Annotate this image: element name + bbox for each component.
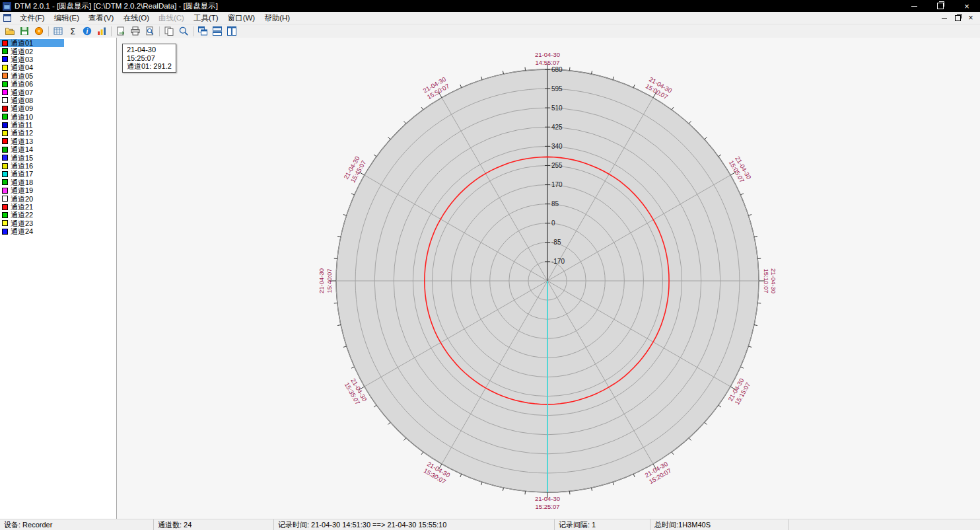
channel-label: 通道08: [11, 96, 33, 104]
print-preview-icon: [145, 26, 155, 36]
channel-item-2[interactable]: 通道02: [0, 47, 116, 55]
tile-horizontal-button[interactable]: [210, 25, 225, 38]
mdi-close-button[interactable]: ×: [964, 12, 977, 24]
channel-item-11[interactable]: 通道11: [0, 121, 116, 129]
channel-item-3[interactable]: 通道03: [0, 56, 116, 63]
info-button[interactable]: i: [80, 25, 94, 38]
svg-text:15:10:07: 15:10:07: [763, 269, 770, 293]
tooltip-time: 15:25:07: [127, 54, 172, 63]
zoom-button[interactable]: [176, 25, 191, 38]
close-icon: ×: [964, 2, 969, 11]
menu-item-6[interactable]: 工具(T): [189, 13, 223, 24]
tile-vertical-button[interactable]: [225, 25, 239, 38]
channel-item-1[interactable]: 通道01: [0, 39, 116, 47]
menu-item-7[interactable]: 窗口(W): [223, 13, 260, 24]
channel-item-9[interactable]: 通道09: [0, 104, 116, 112]
menu-item-1[interactable]: 文件(F): [15, 13, 50, 24]
channel-row-inner: 通道23: [0, 219, 34, 227]
channel-item-10[interactable]: 通道10: [0, 113, 116, 121]
toolbar-separator: [48, 26, 49, 36]
channel-row-inner: 通道14: [0, 145, 34, 153]
channel-label: 通道02: [11, 48, 33, 56]
channel-item-7[interactable]: 通道07: [0, 88, 116, 96]
channel-row-inner: 通道21: [0, 203, 34, 211]
channel-item-5[interactable]: 通道05: [0, 72, 116, 80]
channel-item-19[interactable]: 通道19: [0, 186, 116, 194]
status-device: 设备: Recorder: [0, 519, 154, 530]
menu-item-3[interactable]: 查看(V): [84, 13, 118, 24]
export-icon: [116, 26, 126, 36]
svg-text:425: 425: [551, 124, 563, 131]
channel-item-12[interactable]: 通道12: [0, 129, 116, 137]
mdi-minimize-button[interactable]: [938, 12, 951, 24]
mdi-minimize-icon: [942, 18, 947, 19]
mdi-document-icon[interactable]: [3, 14, 11, 22]
channel-item-15[interactable]: 通道15: [0, 153, 116, 161]
open-button[interactable]: [3, 25, 17, 38]
channel-color-swatch: [2, 81, 8, 87]
tooltip-value: 通道01: 291.2: [127, 62, 172, 71]
channel-label: 通道04: [11, 63, 33, 71]
svg-text:510: 510: [551, 104, 563, 112]
channel-item-16[interactable]: 通道16: [0, 162, 116, 170]
svg-text:15:25:07: 15:25:07: [536, 503, 560, 510]
title-bar: DTM 2.0.1 - [圆盘显示] [C:\DTM 2.0.2\RealDat…: [0, 0, 980, 12]
channel-row-inner: 通道08: [0, 96, 34, 104]
channel-item-8[interactable]: 通道08: [0, 96, 116, 104]
channel-color-swatch: [2, 40, 8, 46]
menu-item-8[interactable]: 帮助(H): [260, 13, 295, 24]
polar-chart[interactable]: 680595510425340255170850-85-17021-04-301…: [117, 38, 980, 519]
channel-item-6[interactable]: 通道06: [0, 80, 116, 88]
toolbar-separator: [193, 26, 193, 36]
menu-item-2[interactable]: 编辑(E): [50, 13, 84, 24]
channel-row-inner: 通道03: [0, 56, 34, 63]
minimize-button[interactable]: [901, 0, 927, 12]
channel-item-20[interactable]: 通道20: [0, 194, 116, 202]
channel-row-inner: 通道12: [0, 129, 34, 137]
cascade-button[interactable]: [195, 25, 210, 38]
settings-button[interactable]: [32, 25, 46, 38]
channel-item-4[interactable]: 通道04: [0, 63, 116, 71]
close-button[interactable]: ×: [954, 0, 980, 12]
channel-label: 通道18: [11, 178, 33, 186]
zoom-icon: [178, 26, 189, 36]
channel-selection-highlight: 通道01: [0, 39, 64, 47]
status-channel-count: 通道数: 24: [154, 519, 274, 530]
channel-label: 通道13: [11, 137, 33, 145]
menu-item-4[interactable]: 在线(O): [118, 13, 154, 24]
channel-label: 通道09: [11, 104, 33, 112]
info-icon: i: [82, 26, 92, 36]
channel-row-inner: 通道18: [0, 178, 34, 186]
channel-item-22[interactable]: 通道22: [0, 211, 116, 219]
mdi-restore-button[interactable]: [951, 12, 964, 24]
cascade-icon: [197, 26, 208, 36]
restore-button[interactable]: [927, 0, 954, 12]
channel-color-swatch: [2, 220, 8, 226]
menu-item-5: 曲线(C): [154, 13, 189, 24]
channel-item-23[interactable]: 通道23: [0, 219, 116, 227]
channel-row-inner: 通道07: [0, 88, 34, 96]
copy-button[interactable]: [162, 25, 176, 38]
channel-item-14[interactable]: 通道14: [0, 145, 116, 153]
svg-text:14:55:07: 14:55:07: [536, 59, 560, 66]
channel-item-24[interactable]: 通道24: [0, 227, 116, 235]
chart-button[interactable]: [94, 25, 109, 38]
channel-row-inner: 通道13: [0, 137, 34, 145]
channel-label: 通道20: [11, 195, 33, 203]
channel-item-18[interactable]: 通道18: [0, 178, 116, 186]
channel-item-17[interactable]: 通道17: [0, 170, 116, 178]
channel-label: 通道22: [11, 211, 33, 219]
export-button[interactable]: [114, 25, 128, 38]
save-button[interactable]: [17, 25, 32, 38]
channel-item-13[interactable]: 通道13: [0, 137, 116, 145]
svg-text:595: 595: [551, 85, 563, 93]
svg-text:680: 680: [551, 66, 563, 73]
channel-item-21[interactable]: 通道21: [0, 203, 116, 211]
channel-color-swatch: [2, 56, 8, 62]
table-button[interactable]: [51, 25, 65, 38]
mdi-close-icon: ×: [968, 14, 973, 22]
sigma-button[interactable]: Σ: [65, 25, 80, 38]
print-preview-button[interactable]: [143, 25, 157, 38]
channel-row-inner: 通道24: [0, 227, 34, 235]
print-button[interactable]: [128, 25, 143, 38]
